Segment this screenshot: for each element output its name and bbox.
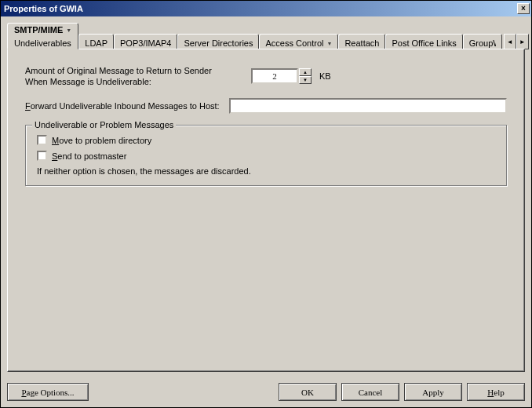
- cancel-button[interactable]: Cancel: [341, 383, 399, 401]
- chevron-down-icon[interactable]: ▼: [326, 41, 332, 46]
- send-checkbox[interactable]: [37, 151, 47, 161]
- dialog-window: Properties of GWIA × SMTP/MIME ▼ Undeliv…: [0, 0, 532, 408]
- tab-bar: SMTP/MIME ▼ Undeliverables LDAP POP3/IMA…: [7, 23, 525, 49]
- tab-label: SMTP/MIME: [14, 25, 63, 35]
- apply-button[interactable]: Apply: [404, 383, 462, 401]
- triangle-up-icon: ▲: [303, 70, 308, 75]
- amount-input[interactable]: [251, 68, 298, 84]
- amount-label: Amount of Original Message to Return to …: [25, 65, 245, 87]
- tab-ldap[interactable]: LDAP: [78, 34, 114, 49]
- discard-note: If neither option is chosen, the message…: [37, 166, 495, 176]
- amount-spinner: ▲ ▼: [251, 68, 312, 84]
- tab-scroll-left[interactable]: ◄: [504, 34, 516, 49]
- tab-access-control[interactable]: Access Control▼: [259, 34, 338, 49]
- tab-pop3-imap4[interactable]: POP3/IMAP4: [114, 34, 177, 49]
- ok-button[interactable]: OK: [279, 383, 337, 401]
- tab-scroll: ◄ ►: [504, 34, 529, 49]
- move-option-row: Move to problem directory: [37, 135, 495, 145]
- window-title: Properties of GWIA: [4, 4, 517, 13]
- forward-label: Forward Undeliverable Inbound Messages t…: [25, 101, 220, 111]
- forward-host-input[interactable]: [229, 98, 507, 114]
- groupbox-title: Undeliverable or Problem Messages: [32, 120, 176, 129]
- triangle-right-icon: ►: [519, 38, 526, 46]
- triangle-left-icon: ◄: [507, 38, 513, 46]
- page-options-button[interactable]: Page Options...: [7, 383, 89, 401]
- dialog-body: SMTP/MIME ▼ Undeliverables LDAP POP3/IMA…: [1, 16, 531, 378]
- triangle-down-icon: ▼: [303, 78, 308, 82]
- move-label: Move to problem directory: [52, 136, 151, 145]
- move-checkbox[interactable]: [37, 135, 47, 145]
- button-bar: Page Options... OK Cancel Apply Help: [1, 378, 531, 407]
- spin-up-button[interactable]: ▲: [299, 68, 312, 76]
- send-label: Send to postmaster: [52, 151, 126, 161]
- chevron-down-icon[interactable]: ▼: [66, 27, 71, 33]
- send-option-row: Send to postmaster: [37, 151, 495, 161]
- tab-smtp-mime[interactable]: SMTP/MIME ▼ Undeliverables: [7, 23, 78, 49]
- tab-server-directories[interactable]: Server Directories: [177, 34, 259, 49]
- spinner-buttons: ▲ ▼: [299, 68, 312, 84]
- tab-scroll-right[interactable]: ►: [516, 34, 529, 49]
- close-icon: ×: [521, 5, 526, 13]
- tab-panel: Amount of Original Message to Return to …: [7, 49, 525, 372]
- tab-groupwise[interactable]: GroupWise: [463, 34, 502, 49]
- amount-unit: KB: [319, 71, 331, 81]
- spacer: [93, 383, 274, 401]
- tab-post-office-links[interactable]: Post Office Links: [385, 34, 462, 49]
- undeliverable-groupbox: Undeliverable or Problem Messages Move t…: [25, 125, 507, 186]
- spin-down-button[interactable]: ▼: [299, 76, 312, 84]
- tab-reattach[interactable]: Reattach: [338, 34, 385, 49]
- amount-row: Amount of Original Message to Return to …: [25, 65, 507, 87]
- titlebar: Properties of GWIA ×: [1, 1, 531, 16]
- help-button[interactable]: Help: [467, 383, 525, 401]
- close-button[interactable]: ×: [517, 3, 530, 14]
- forward-row: Forward Undeliverable Inbound Messages t…: [25, 98, 507, 114]
- tab-sublabel: Undeliverables: [14, 38, 71, 48]
